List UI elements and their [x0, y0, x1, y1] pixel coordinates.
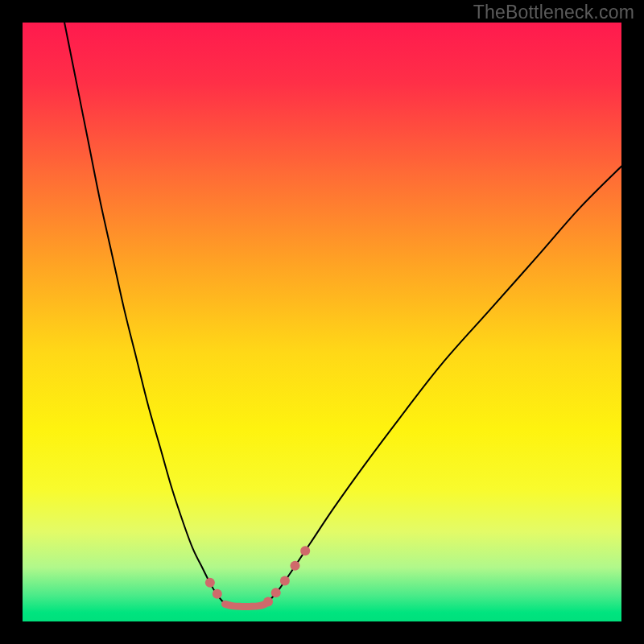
marker-point [291, 561, 300, 571]
marker-point [213, 589, 222, 599]
watermark-text: TheBottleneck.com [473, 2, 634, 23]
plot-area [23, 23, 621, 621]
marker-point [300, 546, 310, 555]
gradient-background [23, 23, 621, 621]
marker-point [280, 576, 290, 585]
chart-frame: TheBottleneck.com [0, 0, 644, 644]
marker-point [205, 578, 215, 588]
marker-point [271, 588, 281, 597]
marker-point [263, 597, 273, 606]
series-ideal-flat [225, 604, 265, 606]
chart-svg [23, 23, 621, 621]
